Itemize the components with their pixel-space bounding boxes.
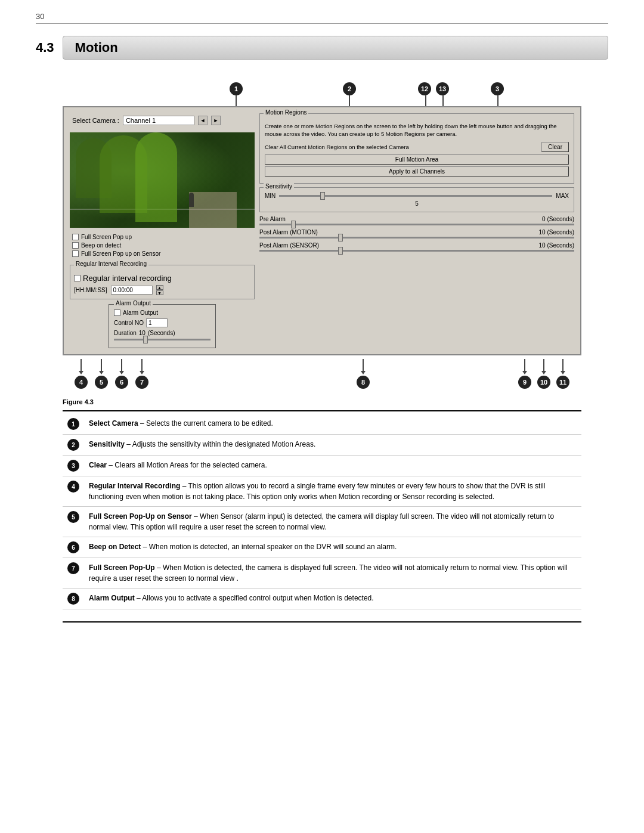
dialog-window: Select Camera : Channel 1 ◄ ►: [63, 106, 581, 355]
dialog-inner: Select Camera : Channel 1 ◄ ►: [70, 113, 574, 348]
alarm-output-box: Alarm Output Alarm Output Control NO 1 D…: [109, 304, 216, 348]
apply-all-button[interactable]: Apply to all Channels: [265, 166, 569, 176]
top-rule: [36, 23, 608, 24]
video-preview: [70, 132, 255, 228]
time-down-btn[interactable]: ▼: [156, 290, 163, 295]
checkbox-beep-input[interactable]: [72, 242, 79, 249]
control-no-row: Control NO 1: [114, 318, 210, 327]
checkbox-area: Full Screen Pop up Beep on detect Full S…: [70, 231, 255, 261]
desc-text-7: Full Screen Pop-Up – When Motion is dete…: [84, 558, 581, 589]
callout-11-group: 11: [556, 359, 569, 389]
arrow-6-head: [119, 371, 124, 374]
arrow-11-line: [562, 359, 564, 371]
alarm-checkbox-label: Alarm Output: [123, 309, 158, 316]
callout-3: 3: [491, 82, 504, 95]
prev-camera-btn[interactable]: ◄: [198, 116, 208, 125]
pre-alarm-row: Pre Alarm 0 (Seconds): [259, 216, 574, 225]
post-alarm-sensor-header: Post Alarm (SENSOR) 10 (Seconds): [259, 242, 574, 249]
description-table: 1 Select Camera – Selects the current ca…: [63, 414, 581, 609]
full-motion-button[interactable]: Full Motion Area: [265, 154, 569, 165]
callout-4-group: 4: [75, 359, 88, 389]
checkbox-sensor-input[interactable]: [72, 250, 79, 257]
video-scene: [70, 132, 255, 228]
callout-5: 5: [95, 376, 108, 389]
desc-title-8: Alarm Output: [89, 594, 135, 602]
alarm-duration-slider[interactable]: [114, 339, 210, 340]
callout-9: 9: [518, 376, 531, 389]
camera-select-row: Select Camera : Channel 1 ◄ ►: [70, 113, 255, 128]
callout-6-group: 6: [115, 359, 128, 389]
callout-8-group: 8: [357, 359, 370, 389]
section-title-box: Motion: [63, 36, 608, 60]
arrow-4-head: [79, 371, 83, 374]
sensitivity-track[interactable]: [279, 195, 552, 197]
alarm-checkbox-row: Alarm Output: [114, 309, 210, 316]
post-alarm-sensor-thumb[interactable]: [338, 247, 343, 255]
checkbox-sensor: Full Screen Pop up on Sensor: [72, 250, 252, 257]
checkbox-sensor-label: Full Screen Pop up on Sensor: [81, 250, 160, 257]
control-no-label: Control NO: [114, 320, 144, 326]
person-silhouette: [189, 193, 194, 207]
pre-alarm-slider[interactable]: [259, 224, 574, 225]
post-alarm-motion-value: 10 (Seconds): [539, 229, 574, 236]
arrow-4-line: [80, 359, 82, 371]
right-panel: Motion Regions Create one or more Motion…: [259, 113, 574, 348]
pre-alarm-header: Pre Alarm 0 (Seconds): [259, 216, 574, 222]
camera-dropdown[interactable]: Channel 1: [123, 116, 194, 125]
time-up-btn[interactable]: ▲: [156, 285, 163, 290]
desc-row-1: 1 Select Camera – Selects the current ca…: [63, 414, 581, 435]
interval-recording-group: Regular Interval Recording Regular inter…: [70, 265, 255, 299]
desc-num-7: 7: [63, 558, 84, 589]
diagram-area: 1 2 12 13 3 Select Camera : Channel 1 ◄ …: [63, 70, 581, 389]
sensitivity-value: 5: [265, 200, 569, 207]
desc-text-4: Regular Interval Recording – This option…: [84, 476, 581, 507]
desc-row-4: 4 Regular Interval Recording – This opti…: [63, 476, 581, 507]
control-no-dropdown[interactable]: 1: [146, 318, 168, 327]
page-number: 30: [36, 12, 608, 21]
desc-title-3: Clear: [89, 461, 107, 469]
desc-bubble-5: 5: [67, 511, 79, 523]
next-camera-btn[interactable]: ►: [211, 116, 221, 125]
interval-checkbox-label: Regular interval recording: [83, 274, 172, 283]
post-alarm-sensor-label: Post Alarm (SENSOR): [259, 242, 319, 249]
post-alarm-sensor-value: 10 (Seconds): [539, 242, 574, 249]
checkbox-beep: Beep on detect: [72, 242, 252, 249]
checkbox-fullscreen-popup: Full Screen Pop up: [72, 234, 252, 240]
desc-title-1: Select Camera: [89, 419, 138, 428]
alarm-checkbox-input[interactable]: [114, 309, 120, 316]
interval-time-row: [HH:MM:SS] 0:00:00 ▲ ▼: [74, 285, 250, 295]
interval-time-input[interactable]: 0:00:00: [111, 286, 153, 295]
arrow-6-line: [121, 359, 122, 371]
callout-7: 7: [135, 376, 148, 389]
section-header: 4.3 Motion: [36, 36, 608, 60]
interval-checkbox-input[interactable]: [74, 275, 80, 281]
arrow-7-line: [141, 359, 143, 371]
desc-row-2: 2 Sensitivity – Adjusts the sensitivity …: [63, 435, 581, 456]
pre-alarm-thumb[interactable]: [291, 221, 296, 228]
alarm-duration-thumb[interactable]: [143, 336, 148, 343]
desc-num-3: 3: [63, 456, 84, 476]
desc-title-4: Regular Interval Recording: [89, 482, 180, 490]
desc-text-1: Select Camera – Selects the current came…: [84, 414, 581, 435]
sensitivity-thumb[interactable]: [320, 192, 325, 200]
alarm-box-title: Alarm Output: [114, 300, 153, 306]
checkbox-fullscreen-popup-input[interactable]: [72, 234, 79, 240]
desc-num-4: 4: [63, 476, 84, 507]
tree-3: [135, 132, 177, 222]
clear-button[interactable]: Clear: [541, 142, 569, 152]
callout-2: 2: [343, 82, 356, 95]
post-alarm-motion-slider[interactable]: [259, 237, 574, 239]
motion-regions-description: Create one or more Motion Regions on the…: [265, 122, 569, 138]
post-alarm-sensor-slider[interactable]: [259, 250, 574, 252]
sensitivity-max-label: MAX: [556, 193, 569, 199]
desc-row-3: 3 Clear – Clears all Motion Areas for th…: [63, 456, 581, 476]
post-alarm-motion-thumb[interactable]: [338, 234, 343, 241]
sensitivity-slider-row: MIN MAX: [265, 193, 569, 199]
callout-7-group: 7: [135, 359, 148, 389]
desc-num-8: 8: [63, 589, 84, 609]
alarm-output-area: Alarm Output Alarm Output Control NO 1 D…: [70, 304, 255, 348]
arrow-11-head: [561, 371, 565, 374]
desc-text-5: Full Screen Pop-Up on Sensor – When Sens…: [84, 507, 581, 537]
time-spinners: ▲ ▼: [156, 285, 163, 295]
callout-5-group: 5: [95, 359, 108, 389]
